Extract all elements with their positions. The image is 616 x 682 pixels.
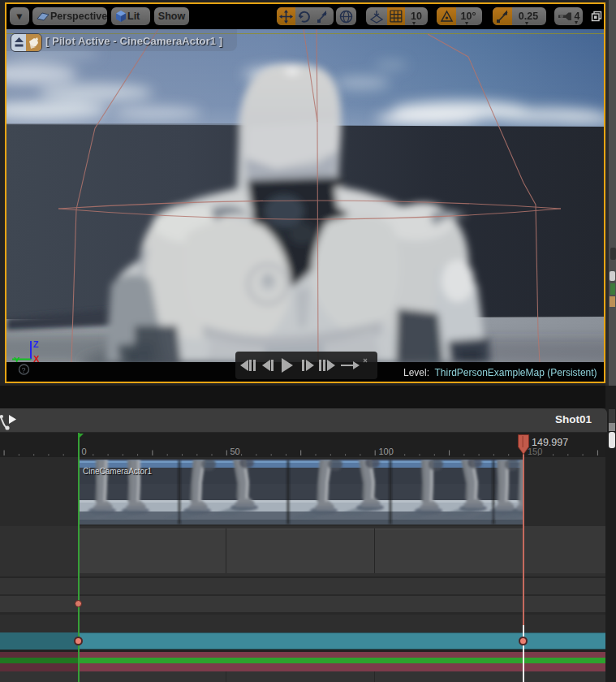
svg-text:0: 0 bbox=[82, 447, 87, 456]
svg-text:?: ? bbox=[22, 366, 26, 374]
svg-text:Z: Z bbox=[33, 339, 39, 349]
svg-text:149.997: 149.997 bbox=[532, 437, 568, 448]
svg-text:Y: Y bbox=[14, 356, 20, 362]
svg-text:X: X bbox=[33, 354, 40, 362]
svg-text:100: 100 bbox=[379, 447, 394, 456]
svg-text:50: 50 bbox=[230, 447, 240, 456]
